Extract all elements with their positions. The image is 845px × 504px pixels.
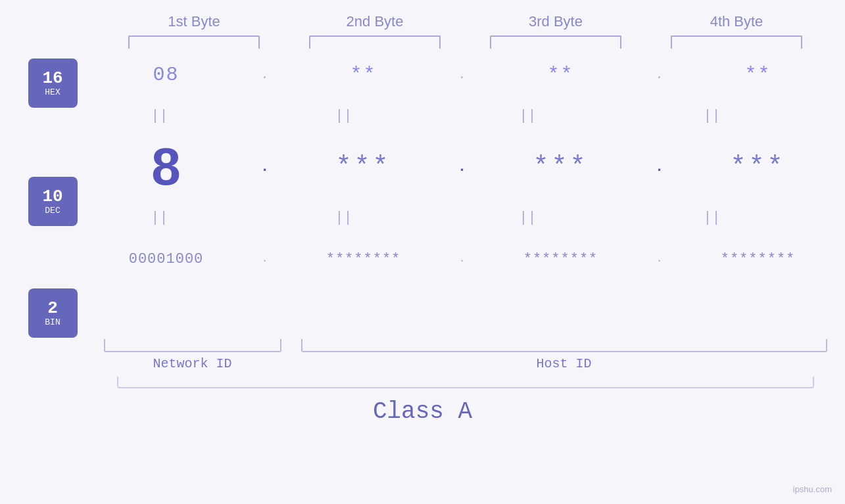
hex-row: 08 . ** . ** . **: [78, 49, 846, 101]
bin-dot-3: .: [650, 253, 669, 265]
dec-val-2: ***: [335, 152, 391, 182]
hex-cell-3: **: [472, 64, 650, 86]
bin-dot-sep-3: .: [656, 253, 663, 265]
byte-label-1: 1st Byte: [122, 13, 266, 30]
dec-val-1: 8: [151, 141, 181, 193]
bin-dot-1: .: [255, 253, 275, 265]
bin-val-1: 00001000: [129, 251, 204, 267]
eq-1: ||: [78, 108, 242, 124]
hex-cell-2: **: [275, 64, 452, 86]
dec-badge-label: DEC: [45, 206, 60, 216]
bracket-3: [490, 35, 621, 49]
dec-badge-number: 10: [42, 187, 62, 206]
bin-dot-sep-1: .: [262, 253, 268, 265]
equals-row-1: || || || ||: [78, 101, 846, 131]
bin-cell-3: ********: [472, 251, 650, 267]
class-label: Class A: [373, 398, 472, 425]
dot-3: .: [656, 68, 663, 81]
bracket-4: [671, 35, 802, 49]
eq-3: ||: [446, 108, 610, 124]
bin-badge-label: BIN: [45, 317, 60, 327]
eq2-4: ||: [630, 210, 794, 226]
network-bracket: [104, 339, 281, 352]
dot-2: .: [458, 68, 466, 81]
byte-headers: 1st Byte 2nd Byte 3rd Byte 4th Byte: [104, 13, 827, 30]
bin-val-3: ********: [523, 251, 598, 267]
top-brackets: [104, 35, 827, 49]
bottom-brackets-row: [104, 339, 827, 352]
dec-val-4: ***: [730, 152, 785, 182]
bracket-1: [128, 35, 260, 49]
dec-row: 8 . *** . *** . ***: [78, 131, 846, 203]
watermark: ipshu.com: [793, 484, 832, 494]
dec-dot-sep-1: .: [260, 159, 269, 175]
dec-dot-1: .: [255, 159, 275, 175]
bin-cell-2: ********: [275, 251, 452, 267]
dec-cell-3: ***: [472, 152, 650, 182]
bracket-2: [309, 35, 441, 49]
dec-dot-sep-2: .: [458, 159, 466, 175]
data-rows: 08 . ** . ** . **: [78, 49, 846, 338]
bin-val-4: ********: [721, 251, 796, 267]
bin-cell-1: 00001000: [78, 251, 255, 267]
hex-dot-2: .: [452, 68, 472, 81]
id-labels-row: Network ID Host ID: [104, 356, 827, 371]
eq-4: ||: [630, 108, 794, 124]
bin-val-2: ********: [326, 251, 401, 267]
rows-wrapper: 16 HEX 10 DEC 2 BIN 08 .: [28, 49, 817, 338]
bin-dot-sep-2: .: [459, 253, 466, 265]
hex-val-4: **: [744, 64, 771, 86]
dec-val-3: ***: [533, 152, 588, 182]
hex-badge-label: HEX: [45, 87, 60, 97]
hex-dot-3: .: [650, 68, 669, 81]
dec-cell-1: 8: [78, 141, 255, 193]
eq2-3: ||: [446, 210, 610, 226]
eq-2: ||: [262, 108, 426, 124]
byte-label-2: 2nd Byte: [302, 13, 447, 30]
bin-dot-2: .: [452, 253, 472, 265]
byte-label-3: 3rd Byte: [483, 13, 628, 30]
badges-column: 16 HEX 10 DEC 2 BIN: [28, 49, 78, 338]
bin-badge: 2 BIN: [28, 288, 78, 338]
eq2-1: ||: [78, 210, 242, 226]
main-container: 1st Byte 2nd Byte 3rd Byte 4th Byte 16 H…: [0, 0, 845, 504]
class-bracket: [117, 377, 814, 388]
hex-val-1: 08: [153, 64, 179, 86]
network-id-label: Network ID: [104, 356, 281, 371]
dec-dot-3: .: [650, 159, 669, 175]
hex-val-3: **: [547, 64, 573, 86]
dot-1: .: [261, 68, 268, 81]
host-bracket: [301, 339, 827, 352]
dec-dot-2: .: [452, 159, 472, 175]
bin-badge-number: 2: [47, 299, 58, 318]
hex-val-2: **: [350, 64, 376, 86]
dec-badge: 10 DEC: [28, 177, 78, 226]
hex-dot-1: .: [255, 68, 275, 81]
dec-dot-sep-3: .: [655, 159, 664, 175]
hex-cell-4: **: [669, 64, 846, 86]
dec-cell-2: ***: [275, 152, 452, 182]
hex-cell-1: 08: [78, 64, 255, 86]
bin-cell-4: ********: [669, 251, 846, 267]
bin-row: 00001000 . ******** . ******** .: [78, 233, 846, 285]
eq2-2: ||: [262, 210, 426, 226]
hex-badge-number: 16: [42, 69, 62, 88]
byte-label-4: 4th Byte: [664, 13, 809, 30]
equals-row-2: || || || ||: [78, 203, 846, 233]
host-id-label: Host ID: [301, 356, 827, 371]
dec-cell-4: ***: [669, 152, 846, 182]
hex-badge: 16 HEX: [28, 58, 78, 108]
